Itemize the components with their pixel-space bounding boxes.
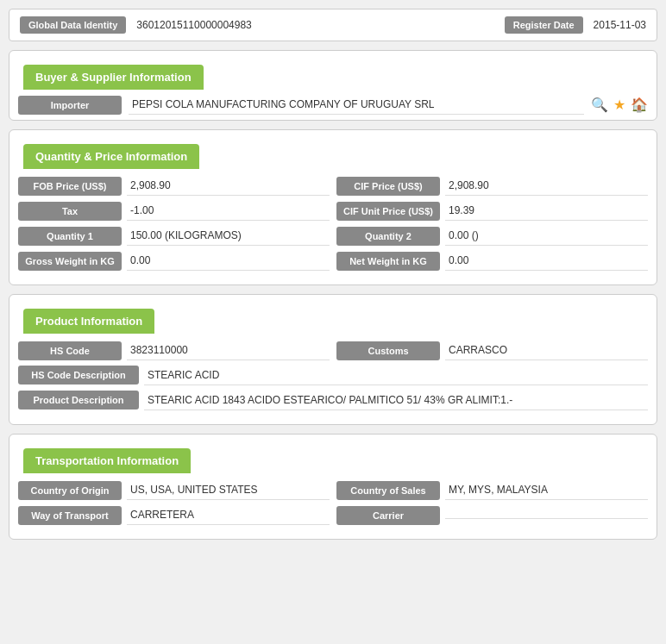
qty-price-group-right-0: CIF Price (US$)2,908.90 — [336, 176, 648, 196]
register-date-label: Register Date — [505, 16, 583, 34]
qty-price-label-right-1: CIF Unit Price (US$) — [336, 202, 440, 221]
transportation-title: Transportation Information — [23, 448, 191, 473]
qty-price-value-right-2: 0.00 () — [445, 226, 648, 246]
way-transport-value: CARRETERA — [127, 505, 330, 525]
buyer-supplier-section: Buyer & Supplier Information Importer PE… — [9, 50, 657, 121]
qty-price-label-left-2: Quantity 1 — [18, 227, 122, 246]
qty-price-group-right-2: Quantity 20.00 () — [336, 226, 648, 246]
hs-desc-label: HS Code Description — [18, 366, 139, 385]
qty-price-group-right-1: CIF Unit Price (US$)19.39 — [336, 201, 648, 221]
transport-row: Way of Transport CARRETERA Carrier — [18, 505, 648, 525]
country-origin-value: US, USA, UNITED STATES — [127, 480, 330, 500]
customs-label: Customs — [336, 341, 440, 360]
hs-desc-value: STEARIC ACID — [144, 366, 648, 385]
qty-price-value-left-3: 0.00 — [127, 251, 330, 271]
qty-price-value-right-3: 0.00 — [445, 251, 648, 271]
qty-price-value-left-1: -1.00 — [127, 201, 330, 221]
carrier-label: Carrier — [336, 506, 440, 525]
qty-price-label-right-0: CIF Price (US$) — [336, 177, 440, 196]
global-data-identity-label: Global Data Identity — [20, 16, 126, 34]
qty-price-value-left-2: 150.00 (KILOGRAMOS) — [127, 226, 330, 246]
transportation-section: Transportation Information Country of Or… — [9, 434, 657, 540]
global-data-identity-value: 36012015110000004983 — [136, 19, 493, 31]
hs-code-group: HS Code 3823110000 — [18, 341, 330, 360]
importer-row: Importer PEPSI COLA MANUFACTURING COMPAN… — [9, 90, 657, 120]
transportation-body: Country of Origin US, USA, UNITED STATES… — [9, 473, 657, 539]
country-sales-value: MY, MYS, MALAYSIA — [445, 480, 648, 500]
country-origin-label: Country of Origin — [18, 481, 122, 500]
page-wrapper: Global Data Identity 3601201511000000498… — [9, 9, 657, 540]
qty-price-label-right-3: Net Weight in KG — [336, 252, 440, 271]
customs-value: CARRASCO — [445, 341, 648, 360]
qty-price-row-1: Tax-1.00CIF Unit Price (US$)19.39 — [18, 201, 648, 221]
qty-price-value-left-0: 2,908.90 — [127, 176, 330, 196]
way-transport-label: Way of Transport — [18, 506, 122, 525]
qty-price-value-right-1: 19.39 — [445, 201, 648, 221]
country-sales-group: Country of Sales MY, MYS, MALAYSIA — [336, 480, 648, 500]
register-date-value: 2015-11-03 — [594, 19, 646, 31]
importer-value: PEPSI COLA MANUFACTURING COMPANY OF URUG… — [129, 95, 584, 115]
star-icon[interactable]: ★ — [613, 97, 625, 113]
carrier-group: Carrier — [336, 506, 648, 525]
prod-desc-value: STEARIC ACID 1843 ACIDO ESTEARICO/ PALMI… — [144, 391, 648, 410]
prod-desc-row: Product Description STEARIC ACID 1843 AC… — [18, 391, 648, 410]
product-section: Product Information HS Code 3823110000 C… — [9, 294, 657, 425]
hs-customs-row: HS Code 3823110000 Customs CARRASCO — [18, 341, 648, 360]
qty-price-value-right-0: 2,908.90 — [445, 176, 648, 196]
qty-price-group-left-2: Quantity 1150.00 (KILOGRAMOS) — [18, 226, 330, 246]
prod-desc-label: Product Description — [18, 391, 139, 410]
country-sales-label: Country of Sales — [336, 481, 440, 500]
quantity-price-title: Quantity & Price Information — [23, 144, 199, 169]
qty-price-group-left-0: FOB Price (US$)2,908.90 — [18, 176, 330, 196]
qty-price-label-left-3: Gross Weight in KG — [18, 252, 122, 271]
qty-price-row-2: Quantity 1150.00 (KILOGRAMOS)Quantity 20… — [18, 226, 648, 246]
product-title: Product Information — [23, 309, 154, 334]
qty-price-group-right-3: Net Weight in KG0.00 — [336, 251, 648, 271]
carrier-value — [445, 511, 648, 519]
importer-label: Importer — [18, 96, 122, 115]
quantity-price-section: Quantity & Price Information FOB Price (… — [9, 129, 657, 285]
identity-bar: Global Data Identity 3601201511000000498… — [9, 9, 657, 41]
qty-price-label-right-2: Quantity 2 — [336, 227, 440, 246]
qty-price-label-left-0: FOB Price (US$) — [18, 177, 122, 196]
hs-code-value: 3823110000 — [127, 341, 330, 360]
home-icon[interactable]: 🏠 — [631, 97, 648, 113]
product-body: HS Code 3823110000 Customs CARRASCO HS C… — [9, 334, 657, 424]
country-row: Country of Origin US, USA, UNITED STATES… — [18, 480, 648, 500]
qty-price-group-left-1: Tax-1.00 — [18, 201, 330, 221]
hs-desc-row: HS Code Description STEARIC ACID — [18, 366, 648, 385]
quantity-price-body: FOB Price (US$)2,908.90CIF Price (US$)2,… — [9, 169, 657, 284]
hs-code-label: HS Code — [18, 341, 122, 360]
importer-icons: 🔍 ★ 🏠 — [591, 97, 648, 113]
search-icon[interactable]: 🔍 — [591, 97, 608, 113]
customs-group: Customs CARRASCO — [336, 341, 648, 360]
qty-price-label-left-1: Tax — [18, 202, 122, 221]
qty-price-group-left-3: Gross Weight in KG0.00 — [18, 251, 330, 271]
qty-price-row-3: Gross Weight in KG0.00Net Weight in KG0.… — [18, 251, 648, 271]
qty-price-row-0: FOB Price (US$)2,908.90CIF Price (US$)2,… — [18, 176, 648, 196]
way-transport-group: Way of Transport CARRETERA — [18, 505, 330, 525]
buyer-supplier-title: Buyer & Supplier Information — [23, 65, 204, 90]
country-origin-group: Country of Origin US, USA, UNITED STATES — [18, 480, 330, 500]
